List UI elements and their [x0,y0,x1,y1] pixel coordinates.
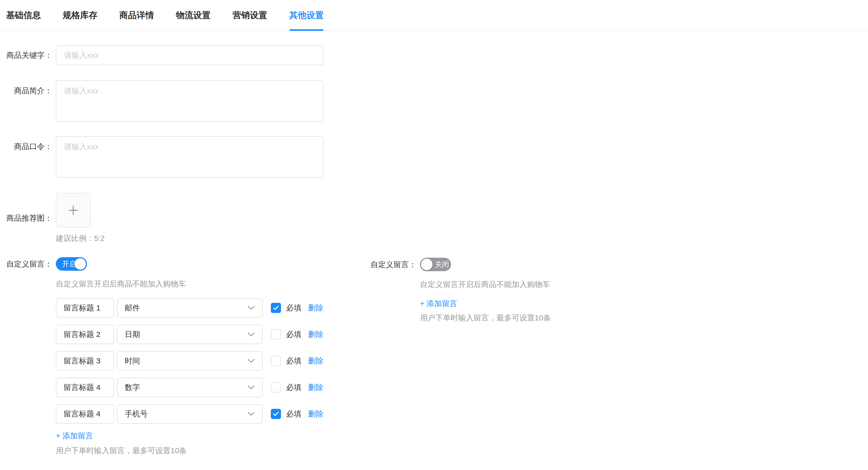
delete-link[interactable]: 删除 [308,329,323,340]
custom-message-label-right: 自定义留言： [370,258,416,271]
message-row: 手机号 必填 删除 [56,404,868,424]
delete-link[interactable]: 删除 [308,409,323,419]
toggle-knob [74,258,86,270]
intro-row: 商品简介： [0,80,868,122]
toggle-on-label: 开启 [62,257,76,271]
message-row: 日期 必填 删除 [56,325,868,344]
ratio-hint: 建议比例：5:2 [56,233,105,243]
tab-bar: 基础信息 规格库存 商品详情 物流设置 营销设置 其他设置 [0,0,868,31]
required-checkbox[interactable] [271,329,281,340]
chevron-down-icon [247,306,255,310]
tab-item[interactable]: 其他设置 [289,0,324,30]
tab-label: 物流设置 [176,9,211,21]
custom-message-panel-right: 自定义留言： 关闭 自定义留言开启后商品不能加入购物车 + 添加留言 用户下单时… [370,258,574,323]
image-upload-button[interactable] [56,193,91,228]
message-type-value: 日期 [125,329,140,340]
message-type-select[interactable]: 日期 [117,325,262,344]
required-checkbox[interactable] [271,303,281,313]
message-limit-hint-left: 用户下单时输入留言，最多可设置10条 [56,445,868,456]
tab-label: 基础信息 [6,9,41,21]
custom-message-toggle-off[interactable]: 关闭 [420,258,451,271]
message-row: 时间 必填 删除 [56,351,868,371]
tab-item[interactable]: 商品详情 [119,0,154,30]
other-settings-form: 商品关键字： 商品简介： 商品口令： 商品推荐图： 建议比例：5:2 自定义留言… [0,45,868,456]
custom-message-row-right: 自定义留言： 关闭 [370,258,574,271]
intro-label: 商品简介： [0,80,52,96]
required-checkbox[interactable] [271,409,281,419]
required-label: 必填 [286,303,301,313]
message-type-value: 邮件 [125,303,140,313]
keyword-label: 商品关键字： [0,50,52,61]
toggle-knob [421,259,432,270]
message-type-select[interactable]: 邮件 [117,298,262,318]
chevron-down-icon [247,385,255,390]
required-label: 必填 [286,356,301,366]
message-type-select[interactable]: 数字 [117,378,262,397]
tab-label: 其他设置 [289,9,324,21]
plus-icon [67,205,79,216]
password-label: 商品口令： [0,136,52,152]
required-label: 必填 [286,409,301,419]
delete-link[interactable]: 删除 [308,356,323,366]
tab-item[interactable]: 规格库存 [63,0,97,30]
keyword-input[interactable] [56,45,323,65]
delete-link[interactable]: 删除 [308,303,323,313]
message-type-value: 手机号 [125,409,148,419]
required-checkbox[interactable] [271,382,281,393]
toggle-off-label: 关闭 [435,258,449,271]
tab-label: 规格库存 [63,9,97,21]
custom-message-helper-right: 自定义留言开启后商品不能加入购物车 [420,279,574,289]
custom-message-label: 自定义留言： [0,257,52,271]
tab-label: 商品详情 [119,9,154,21]
message-type-value: 时间 [125,356,140,366]
delete-link[interactable]: 删除 [308,382,323,393]
message-title-input[interactable] [56,325,114,344]
chevron-down-icon [247,358,255,363]
message-title-input[interactable] [56,351,114,371]
required-label: 必填 [286,329,301,340]
add-message-link-left[interactable]: + 添加留言 [56,431,93,441]
add-message-link-right[interactable]: + 添加留言 [420,298,457,309]
message-title-input[interactable] [56,404,114,424]
recommend-image-row: 商品推荐图： 建议比例：5:2 [0,193,868,243]
intro-textarea[interactable] [56,80,323,122]
required-label: 必填 [286,382,301,393]
check-icon [273,411,279,416]
custom-message-toggle-on[interactable]: 开启 [56,257,87,271]
message-row: 数字 必填 删除 [56,378,868,397]
chevron-down-icon [247,412,255,416]
message-type-select[interactable]: 手机号 [117,404,262,424]
tab-label: 营销设置 [232,9,267,21]
recommend-image-label: 商品推荐图： [0,213,52,223]
message-title-input[interactable] [56,378,114,397]
message-type-select[interactable]: 时间 [117,351,262,371]
tab-item[interactable]: 营销设置 [232,0,267,30]
message-type-value: 数字 [125,382,140,393]
message-limit-hint-right: 用户下单时输入留言，最多可设置10条 [420,313,574,323]
check-icon [273,305,279,310]
password-row: 商品口令： [0,136,868,178]
required-checkbox[interactable] [271,356,281,366]
tab-item[interactable]: 基础信息 [6,0,41,30]
tab-item[interactable]: 物流设置 [176,0,211,30]
password-textarea[interactable] [56,136,323,178]
chevron-down-icon [247,332,255,337]
keyword-row: 商品关键字： [0,45,868,65]
message-title-input[interactable] [56,298,114,318]
